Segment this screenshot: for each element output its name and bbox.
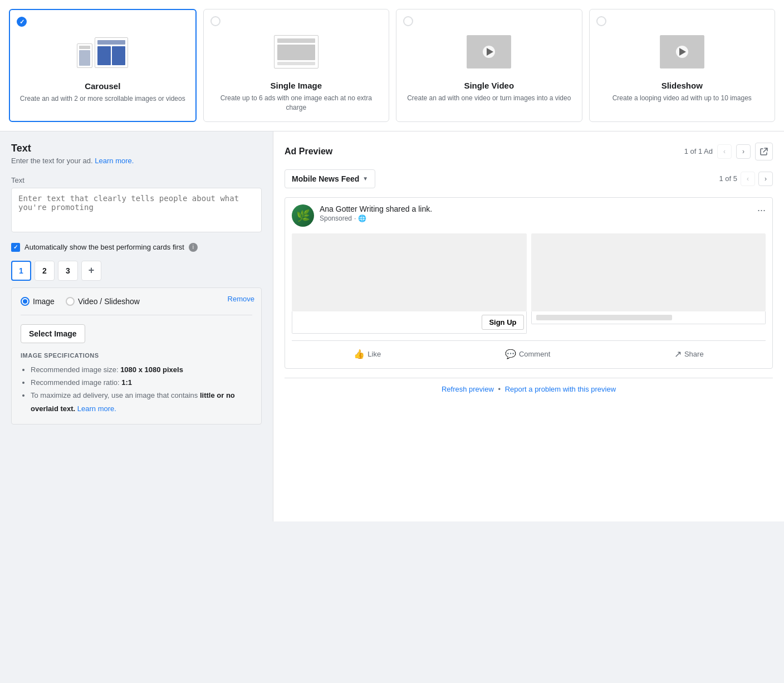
text-field-label: Text: [11, 176, 262, 184]
carousel-image-2: [531, 233, 766, 311]
carousel-card-bottom-1: Sign Up: [292, 311, 527, 334]
video-slideshow-label: Video / Slideshow: [78, 297, 140, 306]
single-image-radio: [210, 16, 220, 26]
slideshow-desc: Create a looping video ad with up to 10 …: [599, 94, 766, 103]
mobile-news-feed-dropdown[interactable]: Mobile News Feed ▼: [285, 169, 375, 188]
text-section-subtitle: Enter the text for your ad. Learn more.: [11, 157, 262, 165]
ad-actions: 👍 Like 💬 Comment ↗ Share: [292, 340, 766, 362]
image-specs: IMAGE SPECIFICATIONS Recommended image s…: [21, 352, 252, 416]
carousel-of-count: 1 of 5 ‹ ›: [719, 172, 773, 186]
text-input[interactable]: [11, 188, 262, 232]
single-image-icon-container: [213, 30, 380, 74]
auto-cards-row: Automatically show the best performing c…: [11, 243, 262, 252]
ad-type-slideshow[interactable]: Slideshow Create a looping video ad with…: [589, 9, 776, 122]
preview-next-arrow[interactable]: ›: [736, 144, 751, 159]
dot-separator: ·: [354, 214, 356, 222]
image-option[interactable]: Image: [21, 297, 55, 306]
video-slideshow-option[interactable]: Video / Slideshow: [66, 297, 140, 306]
poster-name: Ana Gotter Writing shared a link.: [320, 204, 752, 213]
carousel-image-1: [292, 233, 527, 311]
single-video-icon-container: [405, 30, 573, 74]
share-label: Share: [684, 350, 704, 358]
carousel-card-2: [531, 233, 766, 334]
specs-title: IMAGE SPECIFICATIONS: [21, 352, 252, 359]
card-tab-2[interactable]: 2: [35, 261, 55, 281]
image-label: Image: [33, 297, 55, 306]
card-content-box: Remove Image Video / Slideshow Select: [11, 287, 262, 425]
ad-types-row: Carousel Create an ad with 2 or more scr…: [9, 9, 775, 122]
single-image-desc: Create up to 6 ads with one image each a…: [213, 94, 380, 113]
carousel-radio: [17, 17, 27, 27]
slideshow-icon-container: [599, 30, 766, 74]
share-icon: ↗: [674, 349, 682, 359]
right-panel: Ad Preview 1 of 1 Ad ‹ › Mobile News Fee…: [273, 131, 784, 521]
ad-type-single-video[interactable]: Single Video Create an ad with one video…: [396, 9, 582, 122]
single-video-radio: [403, 16, 413, 26]
spec-item-3: To maximize ad delivery, use an image th…: [31, 389, 252, 415]
post-detail: Sponsored · 🌐: [320, 214, 752, 222]
page-wrapper: Carousel Create an ad with 2 or more scr…: [0, 0, 784, 683]
like-icon: 👍: [354, 349, 365, 359]
ad-types-section: Carousel Create an ad with 2 or more scr…: [0, 0, 784, 131]
mobile-feed-label: Mobile News Feed: [292, 174, 359, 183]
text-section-title: Text: [11, 143, 262, 154]
left-panel: Text Enter the text for your ad. Learn m…: [0, 131, 273, 521]
post-meta: Ana Gotter Writing shared a link. Sponso…: [320, 204, 752, 222]
carousel-next-arrow[interactable]: ›: [758, 172, 773, 186]
card-tab-1[interactable]: 1: [11, 261, 31, 281]
select-image-button[interactable]: Select Image: [21, 324, 85, 343]
media-type-row: Image Video / Slideshow: [21, 297, 252, 306]
single-video-label: Single Video: [405, 81, 573, 90]
sign-up-button[interactable]: Sign Up: [482, 315, 523, 330]
dropdown-arrow-icon: ▼: [362, 175, 368, 182]
comment-label: Comment: [519, 350, 550, 358]
card-tabs: 1 2 3 +: [11, 261, 262, 281]
share-button[interactable]: ↗ Share: [670, 347, 708, 362]
auto-cards-label: Automatically show the best performing c…: [24, 243, 184, 251]
specs-list: Recommended image size: 1080 x 1080 pixe…: [21, 363, 252, 416]
globe-icon: 🌐: [358, 214, 366, 222]
footer-dot: •: [498, 385, 501, 393]
image-radio: [21, 297, 30, 306]
comment-button[interactable]: 💬 Comment: [501, 347, 555, 362]
ad-type-carousel[interactable]: Carousel Create an ad with 2 or more scr…: [9, 9, 197, 122]
comment-icon: 💬: [505, 349, 516, 359]
spec-item-1: Recommended image size: 1080 x 1080 pixe…: [31, 363, 252, 376]
main-content: Text Enter the text for your ad. Learn m…: [0, 131, 784, 521]
single-video-desc: Create an ad with one video or turn imag…: [405, 94, 573, 103]
specs-learn-more-link[interactable]: Learn more.: [77, 404, 116, 413]
preview-prev-arrow[interactable]: ‹: [717, 144, 732, 159]
learn-more-link[interactable]: Learn more.: [95, 157, 134, 165]
preview-header: Ad Preview 1 of 1 Ad ‹ ›: [285, 143, 773, 160]
like-button[interactable]: 👍 Like: [349, 347, 385, 362]
carousel-preview: Sign Up: [292, 233, 766, 334]
avatar-logo: 🌿: [296, 209, 310, 222]
add-card-tab[interactable]: +: [81, 261, 101, 281]
auto-cards-checkbox[interactable]: [11, 243, 20, 252]
ad-post-header: 🌿 Ana Gotter Writing shared a link. Spon…: [292, 204, 766, 227]
preview-footer: Refresh preview • Report a problem with …: [285, 378, 773, 393]
ad-type-single-image[interactable]: Single Image Create up to 6 ads with one…: [203, 9, 390, 122]
carousel-desc: Create an ad with 2 or more scrollable i…: [19, 94, 187, 104]
report-problem-link[interactable]: Report a problem with this preview: [505, 385, 616, 393]
remove-link[interactable]: Remove: [228, 295, 254, 303]
spec-item-2: Recommended image ratio: 1:1: [31, 376, 252, 389]
slideshow-radio: [596, 16, 606, 26]
refresh-preview-link[interactable]: Refresh preview: [442, 385, 494, 393]
external-link-icon[interactable]: [755, 143, 773, 160]
preview-ad-count: 1 of 1 Ad: [684, 147, 713, 155]
carousel-card-bottom-2: [531, 311, 766, 324]
avatar: 🌿: [292, 204, 314, 227]
single-image-label: Single Image: [213, 81, 380, 90]
more-options-icon[interactable]: ···: [757, 204, 766, 216]
ad-preview-card: 🌿 Ana Gotter Writing shared a link. Spon…: [285, 197, 773, 369]
slideshow-label: Slideshow: [599, 81, 766, 90]
preview-toolbar: Mobile News Feed ▼ 1 of 5 ‹ ›: [285, 169, 773, 188]
preview-title: Ad Preview: [285, 147, 332, 157]
video-slideshow-radio: [66, 297, 75, 306]
carousel-prev-arrow[interactable]: ‹: [741, 172, 755, 186]
info-icon[interactable]: i: [189, 243, 198, 252]
card-tab-3[interactable]: 3: [58, 261, 78, 281]
carousel-card-1: Sign Up: [292, 233, 527, 334]
carousel-icon: [19, 30, 187, 75]
